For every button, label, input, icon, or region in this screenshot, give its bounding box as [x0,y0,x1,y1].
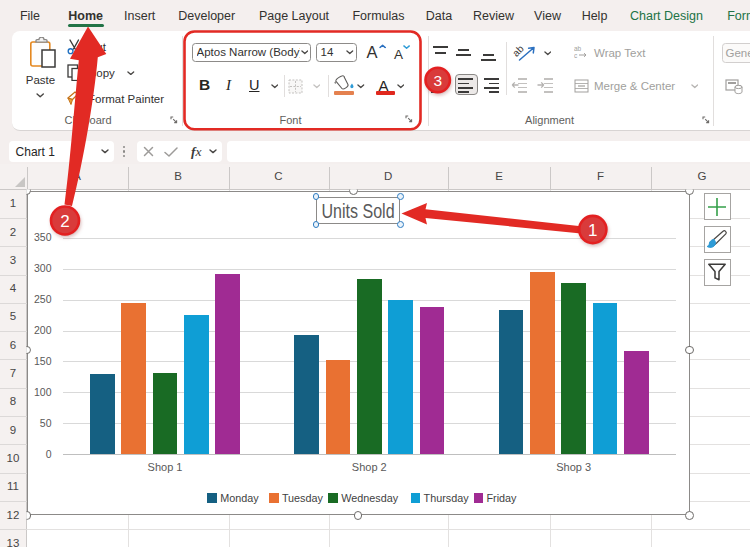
svg-text:2: 2 [60,212,69,231]
svg-text:1: 1 [588,221,597,240]
svg-text:3: 3 [433,72,442,89]
